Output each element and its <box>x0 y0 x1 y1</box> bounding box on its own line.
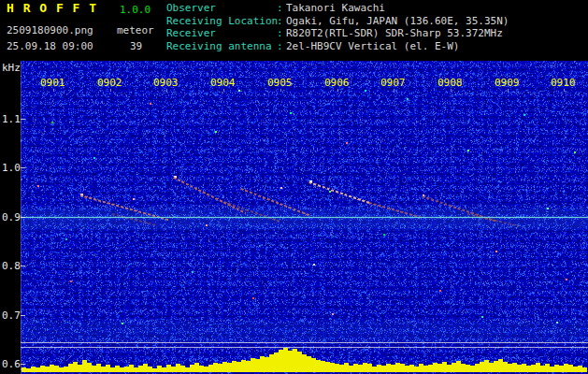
noise-speck <box>150 103 151 105</box>
freq-label: 0.6 <box>2 358 21 370</box>
time-label: 0904 <box>210 77 236 89</box>
noise-speck <box>407 98 409 100</box>
freq-label: 1.1 <box>2 113 21 125</box>
minute-tick <box>394 89 394 92</box>
info-row-location: Receiving Location:Ogaki, Gifu, JAPAN (1… <box>166 15 509 28</box>
noise-speck <box>122 323 123 324</box>
info-label: Receiver <box>166 27 277 39</box>
noise-speck <box>133 198 135 200</box>
app-version: 1.0.0 <box>120 4 151 16</box>
noise-speck <box>332 313 334 315</box>
freq-label: 0.8 <box>2 260 21 272</box>
info-value: 2el-HB9CV Vertical (el. E-W) <box>286 40 459 52</box>
minute-tick <box>280 89 281 92</box>
noise-speck <box>556 322 558 324</box>
freq-tick <box>21 266 25 266</box>
time-label: 0910 <box>551 77 576 89</box>
noise-speck <box>313 264 315 266</box>
level-strip-upper-line <box>21 342 588 343</box>
info-label: Receiving Location <box>166 15 277 27</box>
noise-speck <box>329 191 331 193</box>
noise-speck <box>383 234 385 236</box>
info-value: Takanori Kawachi <box>286 2 385 14</box>
time-label: 0902 <box>97 77 122 89</box>
freq-tick <box>21 167 25 168</box>
time-label: 0903 <box>153 77 179 89</box>
minute-tick <box>166 89 167 92</box>
noise-speck <box>467 150 469 151</box>
minute-tick <box>53 89 54 92</box>
colon: : <box>277 15 286 27</box>
noise-speck <box>523 114 525 116</box>
noise-speck <box>51 122 53 123</box>
info-value: R820T2(RTL-SDR) SDR-Sharp 53.372MHz <box>286 27 503 39</box>
colon: : <box>277 2 286 14</box>
freq-unit-label: kHz <box>2 62 21 74</box>
minute-tick <box>337 89 338 92</box>
info-row-antenna: Receiving antenna:2el-HB9CV Vertical (el… <box>166 40 509 53</box>
frequency-axis: kHz 1.11.00.90.80.70.6 <box>0 0 28 374</box>
noise-speck <box>206 224 208 226</box>
noise-speck <box>547 208 549 209</box>
freq-label: 0.9 <box>2 211 21 223</box>
noise-speck <box>290 112 292 114</box>
station-info: Observer:Takanori Kawachi Receiving Loca… <box>166 2 509 52</box>
noise-speck <box>252 297 254 299</box>
time-label: 0909 <box>495 77 520 89</box>
minute-tick <box>223 89 224 92</box>
time-label: 0901 <box>40 77 65 89</box>
minute-tick <box>451 89 452 92</box>
freq-tick <box>21 364 25 365</box>
noise-speck <box>37 185 39 187</box>
echo-count: 39 <box>130 40 142 52</box>
noise-speck <box>280 187 282 189</box>
time-label: 0908 <box>437 77 463 89</box>
time-label: 0906 <box>324 77 350 89</box>
mode-label: meteor <box>117 24 154 36</box>
noise-speck <box>495 251 497 252</box>
freq-label: 1.0 <box>2 162 21 174</box>
colon: : <box>277 40 286 52</box>
time-label: 0905 <box>267 77 293 89</box>
info-row-observer: Observer:Takanori Kawachi <box>166 2 509 15</box>
info-label: Receiving antenna <box>166 40 277 52</box>
noise-speck <box>215 131 217 133</box>
noise-speck <box>93 157 95 159</box>
info-label: Observer <box>166 2 277 14</box>
noise-speck <box>439 290 441 292</box>
level-bar <box>582 367 587 372</box>
noise-speck <box>70 280 72 282</box>
noise-speck <box>346 142 348 144</box>
signal-level-graph <box>22 348 588 372</box>
freq-tick <box>21 315 25 316</box>
noise-speck <box>65 238 67 240</box>
minute-tick <box>508 89 509 92</box>
noise-speck <box>566 279 567 280</box>
time-axis: 0901090209030904090509060907090809090910 <box>0 61 588 98</box>
time-label: 0907 <box>380 77 406 89</box>
freq-tick <box>21 119 25 120</box>
noise-speck <box>192 271 194 273</box>
hrofft-output-window: H R O F F T 1.0.0 2509180900.png meteor … <box>0 0 588 374</box>
noise-speck <box>481 316 483 318</box>
carrier-line <box>21 217 588 218</box>
info-value: Ogaki, Gifu, JAPAN (136.60E, 35.35N) <box>286 15 509 27</box>
minute-tick <box>564 89 565 92</box>
freq-tick <box>21 217 25 218</box>
noise-speck <box>574 151 576 153</box>
colon: : <box>277 27 286 39</box>
freq-label: 0.7 <box>2 309 21 322</box>
info-row-receiver: Receiver:R820T2(RTL-SDR) SDR-Sharp 53.37… <box>166 27 509 40</box>
minute-tick <box>110 89 111 92</box>
